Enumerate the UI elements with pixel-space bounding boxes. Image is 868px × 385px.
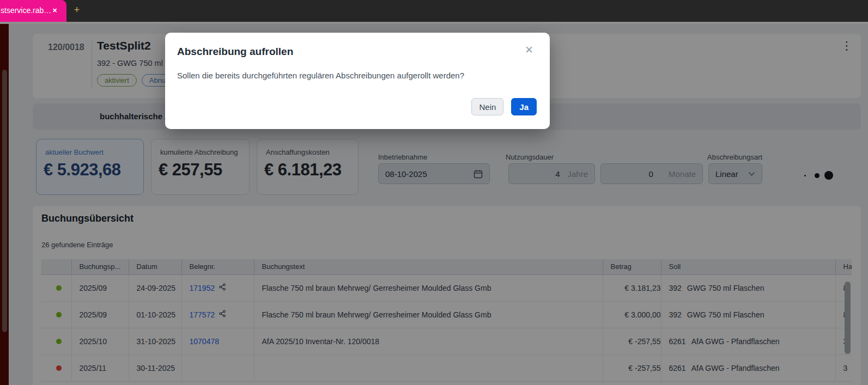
- new-tab-button[interactable]: +: [71, 4, 83, 16]
- dialog-actions: Nein Ja: [471, 98, 537, 115]
- browser-tab[interactable]: stservice.rab… ✕: [0, 0, 66, 22]
- nein-button[interactable]: Nein: [471, 98, 503, 115]
- confirm-dialog: Abschreibung aufrollen ✕ Sollen die bere…: [165, 33, 550, 129]
- dialog-message: Sollen die bereits durchgeführten regulä…: [177, 71, 464, 80]
- browser-tab-title: stservice.rab…: [1, 6, 52, 15]
- browser-tabbar: stservice.rab… ✕ +: [0, 0, 868, 22]
- dialog-title: Abschreibung aufrollen: [177, 46, 293, 58]
- close-icon[interactable]: ✕: [525, 44, 533, 56]
- tab-close-icon[interactable]: ✕: [52, 7, 57, 14]
- ja-button[interactable]: Ja: [511, 98, 537, 115]
- page: 120/0018 TestSplit2 392 - GWG 750 ml akt…: [0, 24, 868, 385]
